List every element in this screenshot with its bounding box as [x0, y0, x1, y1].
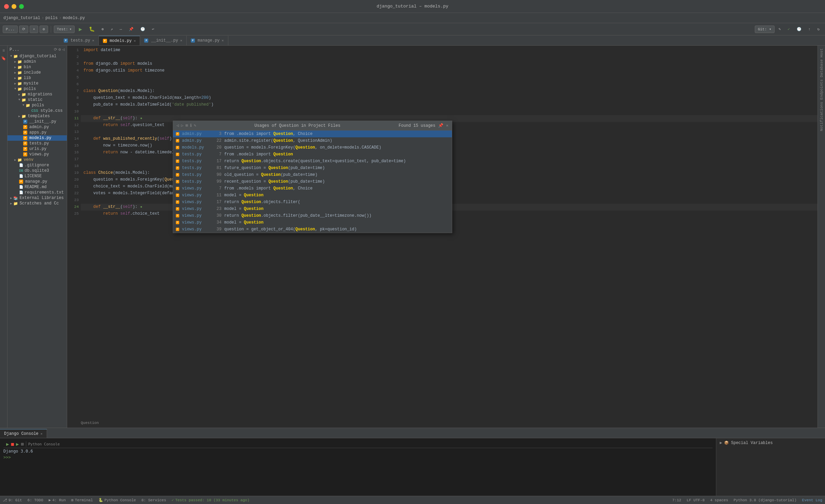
tree-item-gitignore[interactable]: 📄 .gitignore — [7, 163, 67, 168]
close-tab-init[interactable]: ✕ — [180, 39, 182, 43]
tree-item-license[interactable]: 📄 LICENSE — [7, 173, 67, 179]
git-dropdown-btn[interactable]: Git: ▾ — [755, 26, 775, 33]
popup-row-7[interactable]: P tests.py 90 old_question = Question(pu… — [173, 171, 452, 178]
popup-row-11[interactable]: P views.py 17 return Question.objects.fi… — [173, 199, 452, 205]
popup-row-1[interactable]: P admin.py 3 from .models import Questio… — [173, 131, 452, 137]
minimize-button[interactable] — [12, 4, 16, 9]
tree-item-include[interactable]: ▶ 📁 include — [7, 70, 67, 75]
tree-item-static[interactable]: ▼ 📁 static — [7, 97, 67, 103]
popup-row-3[interactable]: P models.py 20 question = models.Foreign… — [173, 144, 452, 151]
popup-info-btn[interactable]: ℹ — [190, 123, 192, 128]
tree-item-requirements[interactable]: 📄 requirements.txt — [7, 190, 67, 195]
tree-item-scratches[interactable]: ▶ 📁 Scratches and Cc — [7, 201, 67, 206]
tree-item-views-py[interactable]: P views.py — [7, 152, 67, 157]
status-services[interactable]: 8: Services — [141, 498, 166, 502]
tree-item-manage-py[interactable]: P manage.py — [7, 179, 67, 184]
profile-btn[interactable]: ↗ — [108, 26, 116, 33]
tree-item-urls-py[interactable]: P urls.py — [7, 146, 67, 152]
status-event-log[interactable]: Event Log — [802, 498, 822, 502]
git-check-btn[interactable]: ✓ — [785, 26, 793, 33]
close-tab-manage[interactable]: ✕ — [222, 39, 224, 43]
tree-item-db-sqlite3[interactable]: DB db.sqlite3 — [7, 168, 67, 173]
tree-item-external-libs[interactable]: ▶ 📚 External Libraries — [7, 195, 67, 201]
breadcrumb-project[interactable]: django_tutorial — [3, 16, 40, 20]
bottom-tab-django-console[interactable]: Django Console ✕ — [0, 429, 47, 438]
close-tab-tests[interactable]: ✕ — [92, 39, 94, 43]
tree-item-mysite[interactable]: ▶ 📁 mysite — [7, 81, 67, 86]
popup-row-13[interactable]: P views.py 30 return Question.objects.fi… — [173, 212, 452, 219]
console-left-panel[interactable]: ▶ ■ ▶ ⊞ Python Console Django 3.0.6 >>> — [0, 438, 716, 496]
tree-item-admin[interactable]: ▶ 📁 admin — [7, 59, 67, 64]
status-python-console[interactable]: 🐍 Python Console — [98, 498, 136, 502]
tree-item-polls[interactable]: ▼ 📁 polls — [7, 86, 67, 92]
debug-btn[interactable]: 🐛 — [86, 26, 97, 33]
tree-item-django-tutorial[interactable]: ▼ 📁 django_tutorial — [7, 54, 67, 59]
console-expand-btn[interactable]: ⊞ — [21, 441, 24, 447]
test-dropdown-btn[interactable]: Test: ▾ — [54, 26, 75, 33]
database-strip-btn[interactable]: Database — [820, 59, 824, 77]
tree-item-apps-py[interactable]: P apps.py — [7, 130, 67, 135]
tab-init-py[interactable]: P __init__.py ✕ — [140, 36, 186, 45]
undo-btn[interactable]: ↩ — [149, 26, 157, 33]
status-todo[interactable]: 6: TODO — [28, 498, 43, 502]
popup-pin-icon[interactable]: 📌 — [438, 123, 443, 128]
tab-tests-py[interactable]: P tests.py ✕ — [60, 36, 99, 45]
popup-forward-btn[interactable]: ▷ — [181, 123, 183, 128]
concurrency-btn[interactable]: ↔ — [117, 26, 125, 33]
tree-item-bin[interactable]: ▶ 📁 bin — [7, 64, 67, 70]
tree-item-lib[interactable]: ▶ 📁 lib — [7, 75, 67, 81]
popup-row-8[interactable]: P tests.py 99 recent_question = Question… — [173, 178, 452, 185]
sidebar-sync-btn[interactable]: ⟳ — [54, 47, 57, 52]
settings-btn[interactable]: ⚙ — [40, 26, 48, 33]
notifications-strip-btn[interactable]: Notifications — [820, 102, 824, 131]
popup-back-btn[interactable]: ◁ — [177, 123, 179, 128]
popup-close-icon[interactable]: ✕ — [446, 123, 448, 128]
tree-item-migrations[interactable]: ▶ 📁 migrations — [7, 92, 67, 97]
popup-row-15[interactable]: P views.py 39 question = get_object_or_4… — [173, 226, 452, 233]
popup-row-5[interactable]: P tests.py 17 return Question.objects.cr… — [173, 158, 452, 165]
code-content[interactable]: import datetime from django.db import mo… — [81, 46, 818, 428]
maximize-button[interactable] — [19, 4, 24, 9]
status-git[interactable]: ⎇ 9: Git — [3, 498, 22, 502]
popup-row-4[interactable]: P tests.py 7 from .models import Questio… — [173, 151, 452, 158]
bookmark-btn[interactable]: 🔖 — [1, 56, 6, 61]
sidebar-collapse-btn[interactable]: ◁ — [62, 47, 65, 52]
sync-btn[interactable]: ⟳ — [19, 26, 28, 33]
add-btn[interactable]: + — [30, 26, 38, 33]
tab-models-py[interactable]: P models.py ✕ — [99, 36, 140, 45]
close-tab-models[interactable]: ✕ — [134, 39, 136, 43]
time-btn[interactable]: 🕐 — [138, 26, 148, 33]
tree-item-templates[interactable]: ▶ 📁 templates — [7, 113, 67, 119]
coverage-btn[interactable]: ⊕ — [99, 26, 107, 33]
popup-row-14[interactable]: P views.py 34 model = Question — [173, 219, 452, 226]
popup-row-10[interactable]: P views.py 11 model = Question — [173, 192, 452, 199]
popup-row-12[interactable]: P views.py 23 model = Question — [173, 205, 452, 212]
popup-row-2[interactable]: P admin.py 22 admin.site.register(Questi… — [173, 137, 452, 144]
console-run-btn[interactable]: ▶ — [6, 441, 9, 447]
close-django-console[interactable]: ✕ — [41, 432, 43, 436]
tree-item-polls-static[interactable]: ▼ 📁 polls — [7, 103, 67, 108]
popup-sort-btn[interactable]: ⊞ — [185, 123, 188, 128]
git-push-btn[interactable]: ↑ — [806, 26, 813, 33]
breadcrumb-file[interactable]: models.py — [63, 16, 85, 20]
tab-manage-py[interactable]: P manage.py ✕ — [187, 36, 228, 45]
popup-row-6[interactable]: P tests.py 81 future_question = Question… — [173, 165, 452, 171]
git-reload-btn[interactable]: ↻ — [814, 26, 822, 33]
tree-item-style-css[interactable]: CSS style.css — [7, 108, 67, 113]
tree-item-readme[interactable]: 📄 README.md — [7, 184, 67, 190]
endpoints-strip-btn[interactable]: Endpoints — [820, 79, 824, 100]
console-run2-btn[interactable]: ▶ — [16, 441, 19, 447]
tree-item-models-py[interactable]: P models.py — [7, 135, 67, 141]
tree-item-venv[interactable]: ▶ 📁 venv — [7, 157, 67, 163]
run-btn[interactable]: ▶ — [76, 26, 85, 33]
tree-item-tests-py[interactable]: P tests.py — [7, 141, 67, 146]
tree-item-init-py[interactable]: P __init__.py — [7, 119, 67, 124]
git-clock-btn[interactable]: 🕐 — [794, 26, 804, 33]
console-stop-btn[interactable]: ■ — [11, 441, 14, 447]
git-edit-btn[interactable]: ✎ — [776, 26, 784, 33]
tree-item-admin-py[interactable]: P admin.py — [7, 124, 67, 130]
project-icon-btn[interactable]: P... — [3, 26, 18, 33]
sidebar-gear-btn[interactable]: ⚙ — [59, 47, 61, 52]
host-strip-btn[interactable]: Host — [820, 48, 824, 57]
status-terminal[interactable]: ⊞ Terminal — [71, 498, 93, 502]
